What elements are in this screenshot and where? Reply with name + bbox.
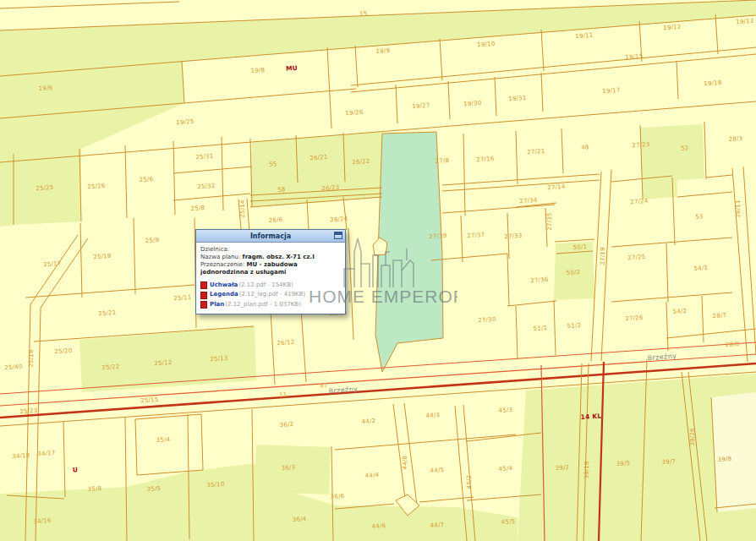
popup-titlebar[interactable]: Informacja xyxy=(196,230,345,243)
field-nazwa-planu: Nazwa planu: fragm. obsz. X-71 cz.I xyxy=(200,254,341,261)
pdf-icon xyxy=(200,301,207,309)
green-areas xyxy=(0,0,756,541)
popup-title: Informacja xyxy=(250,232,291,240)
popup-window-icon[interactable] xyxy=(334,232,342,239)
map-viewport: 1519/619/8MU19/2519/2619/919/1019/1119/1… xyxy=(0,0,756,541)
attachment-links: Uchwała (2.12.pdf - 154KB) Legenda (2.12… xyxy=(200,281,341,308)
link-row-legenda: Legenda (2.12_leg.pdf - 419KB) xyxy=(200,291,341,298)
plan-link[interactable]: Plan xyxy=(210,301,224,309)
link-row-uchwala: Uchwała (2.12.pdf - 154KB) xyxy=(200,281,341,289)
link-row-plan: Plan (2.12_plan.pdf - 1 037KB) xyxy=(200,301,341,309)
field-przeznaczenie: Przeznaczenie: MU - zabudowa jednorodzin… xyxy=(200,261,341,276)
pdf-icon xyxy=(200,292,207,299)
pdf-icon xyxy=(200,281,207,289)
info-popup[interactable]: Informacja Dzielnica: Nazwa planu: fragm… xyxy=(195,229,346,314)
field-dzielnica: Dzielnica: xyxy=(200,246,341,254)
uchwala-link[interactable]: Uchwała xyxy=(210,281,238,289)
cadastral-map[interactable] xyxy=(0,0,756,541)
popup-body: Dzielnica: Nazwa planu: fragm. obsz. X-7… xyxy=(196,243,345,314)
legenda-link[interactable]: Legenda xyxy=(210,291,238,298)
